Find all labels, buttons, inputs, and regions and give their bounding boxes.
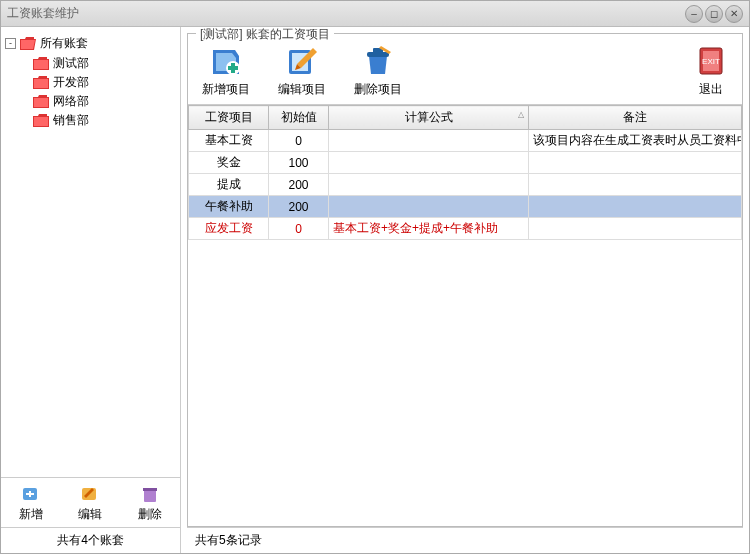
col-header-remark[interactable]: 备注 <box>529 106 742 130</box>
titlebar: 工资账套维护 – ◻ ✕ <box>1 1 749 27</box>
svg-rect-5 <box>143 488 157 491</box>
col-header-name[interactable]: 工资项目 <box>189 106 269 130</box>
salary-items-grid[interactable]: 工资项目 初始值 计算公式△ 备注 基本工资0该项目内容在生成工资表时从员工资料… <box>188 104 742 526</box>
tree-root[interactable]: - 所有账套 <box>5 35 176 52</box>
cell-name: 应发工资 <box>189 218 269 240</box>
tree-item[interactable]: 网络部 <box>33 92 176 111</box>
tree-item-label: 网络部 <box>53 93 89 110</box>
maximize-button[interactable]: ◻ <box>705 5 723 23</box>
sidebar-delete-button[interactable]: 删除 <box>132 482 168 525</box>
sort-indicator-icon: △ <box>518 110 524 119</box>
sidebar: - 所有账套 测试部开发部网络部销售部 新增 编辑 删除 共有4个账套 <box>1 27 181 553</box>
table-row[interactable]: 提成200 <box>189 174 742 196</box>
main-panel: [测试部] 账套的工资项目 新增项目 编辑项目 删除项目 EXIT 退出 <box>181 27 749 553</box>
exit-label: 退出 <box>699 81 723 98</box>
tree-item-label: 销售部 <box>53 112 89 129</box>
tree-item-label: 开发部 <box>53 74 89 91</box>
add-item-button[interactable]: 新增项目 <box>202 44 250 98</box>
col-header-init[interactable]: 初始值 <box>269 106 329 130</box>
tree-expander-icon[interactable]: - <box>5 38 16 49</box>
cell-formula <box>329 130 529 152</box>
add-item-icon <box>209 44 243 78</box>
table-row[interactable]: 基本工资0该项目内容在生成工资表时从员工资料中自动导入 <box>189 130 742 152</box>
folder-icon <box>33 114 49 127</box>
tree-root-label: 所有账套 <box>40 35 88 52</box>
sidebar-edit-button[interactable]: 编辑 <box>72 482 108 525</box>
cell-remark <box>529 196 742 218</box>
delete-item-icon <box>361 44 395 78</box>
exit-button[interactable]: EXIT 退出 <box>694 44 728 98</box>
window-title: 工资账套维护 <box>7 5 685 22</box>
edit-item-icon <box>285 44 319 78</box>
tree-item[interactable]: 销售部 <box>33 111 176 130</box>
cell-name: 基本工资 <box>189 130 269 152</box>
svg-rect-8 <box>228 66 238 70</box>
tree-item[interactable]: 测试部 <box>33 54 176 73</box>
svg-rect-2 <box>26 493 34 495</box>
cell-init: 0 <box>269 218 329 240</box>
exit-icon: EXIT <box>694 44 728 78</box>
cell-formula <box>329 174 529 196</box>
tree-item-label: 测试部 <box>53 55 89 72</box>
svg-text:EXIT: EXIT <box>702 57 720 66</box>
cell-remark: 该项目内容在生成工资表时从员工资料中自动导入 <box>529 130 742 152</box>
table-row[interactable]: 午餐补助200 <box>189 196 742 218</box>
salary-items-group: [测试部] 账套的工资项目 新增项目 编辑项目 删除项目 EXIT 退出 <box>187 33 743 527</box>
table-row[interactable]: 奖金100 <box>189 152 742 174</box>
col-header-formula[interactable]: 计算公式△ <box>329 106 529 130</box>
cell-formula <box>329 152 529 174</box>
sidebar-edit-label: 编辑 <box>78 506 102 523</box>
delete-item-button[interactable]: 删除项目 <box>354 44 402 98</box>
cell-remark <box>529 218 742 240</box>
folder-icon <box>33 57 49 70</box>
main-toolbar: 新增项目 编辑项目 删除项目 EXIT 退出 <box>188 34 742 104</box>
folder-icon <box>33 95 49 108</box>
minimize-button[interactable]: – <box>685 5 703 23</box>
sidebar-add-label: 新增 <box>19 506 43 523</box>
cell-remark <box>529 152 742 174</box>
sidebar-delete-label: 删除 <box>138 506 162 523</box>
cell-name: 午餐补助 <box>189 196 269 218</box>
edit-item-button[interactable]: 编辑项目 <box>278 44 326 98</box>
cell-name: 提成 <box>189 174 269 196</box>
cell-init: 200 <box>269 196 329 218</box>
table-header-row: 工资项目 初始值 计算公式△ 备注 <box>189 106 742 130</box>
cell-init: 200 <box>269 174 329 196</box>
cell-init: 0 <box>269 130 329 152</box>
tree-item[interactable]: 开发部 <box>33 73 176 92</box>
cell-formula <box>329 196 529 218</box>
add-item-label: 新增项目 <box>202 81 250 98</box>
account-tree: - 所有账套 测试部开发部网络部销售部 <box>1 27 180 477</box>
sidebar-toolbar: 新增 编辑 删除 <box>1 477 180 527</box>
cell-formula: 基本工资+奖金+提成+午餐补助 <box>329 218 529 240</box>
sidebar-add-button[interactable]: 新增 <box>13 482 49 525</box>
main-status: 共有5条记录 <box>187 527 743 553</box>
edit-icon <box>80 484 100 504</box>
group-title: [测试部] 账套的工资项目 <box>196 27 334 43</box>
cell-remark <box>529 174 742 196</box>
cell-init: 100 <box>269 152 329 174</box>
delete-item-label: 删除项目 <box>354 81 402 98</box>
folder-icon <box>33 76 49 89</box>
add-icon <box>21 484 41 504</box>
sidebar-status: 共有4个账套 <box>1 527 180 553</box>
edit-item-label: 编辑项目 <box>278 81 326 98</box>
cell-name: 奖金 <box>189 152 269 174</box>
delete-icon <box>140 484 160 504</box>
svg-rect-4 <box>144 490 156 502</box>
folder-open-icon <box>20 37 36 50</box>
table-row[interactable]: 应发工资0基本工资+奖金+提成+午餐补助 <box>189 218 742 240</box>
window-buttons: – ◻ ✕ <box>685 5 743 23</box>
close-button[interactable]: ✕ <box>725 5 743 23</box>
